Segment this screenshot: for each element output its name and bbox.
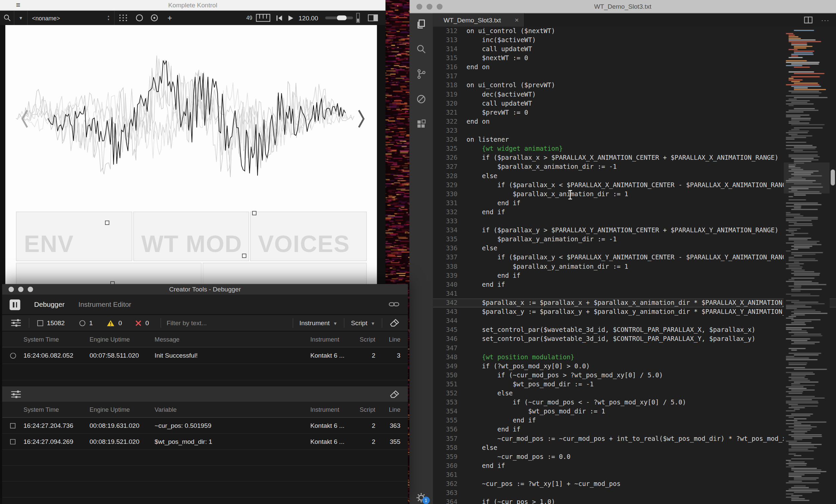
code-line[interactable]: 312on ui_control ($nextWT) [433,27,836,36]
close-tab-icon[interactable]: × [515,16,519,24]
minimize-window-button[interactable] [18,287,23,292]
code-line[interactable]: 314 call updateWT [433,45,836,54]
code-line[interactable]: 360 end if [433,462,836,470]
code-line[interactable]: 315 $nextWT := 0 [433,54,836,63]
code-line[interactable]: 351 $wt_pos_mod_dir := -1 [433,380,836,389]
midi-assignment-button[interactable] [118,11,128,25]
keyboard-indicator[interactable] [256,11,270,25]
script-dropdown[interactable]: Script ▾ [351,319,375,327]
code-line[interactable]: 340 end if [433,280,836,289]
more-actions-icon[interactable]: ··· [821,16,830,24]
table-row[interactable]: 16:24:06.082.05200:07:58.511.020Init Suc… [2,348,407,364]
transport-prev-button[interactable] [276,11,283,25]
toggle-browser-panel-button[interactable] [368,11,378,25]
resize-handle[interactable] [105,220,109,225]
code-line[interactable]: 333 [433,217,836,226]
code-line[interactable]: 346 set_control_par($wavetable_3d_id, $C… [433,334,836,344]
code-line[interactable]: 327 $parallax_x_animation_dir := -1 [433,162,836,172]
source-control-branch-icon[interactable] [416,69,427,80]
split-editor-icon[interactable] [804,16,813,23]
code-line[interactable]: 328 else [433,172,836,180]
chevron-left-icon[interactable] [20,109,29,129]
code-line[interactable]: 335 $parallax_y_animation_dir := -1 [433,235,836,244]
minimize-window-button[interactable] [427,4,433,10]
info-count-toggle[interactable]: 1 [80,319,93,327]
code-line[interactable]: 341 [433,289,836,298]
code-line[interactable]: 352 else [433,389,836,398]
code-line[interactable]: 358 else [433,444,836,452]
pause-button[interactable] [10,299,20,310]
code-line[interactable]: 323 [433,126,836,135]
code-line[interactable]: 353 if (~cur_mod_pos < - ?wt_pos_mod_xy[… [433,398,836,407]
code-line[interactable]: 359 ~cur_mod_pos := 0.0 [433,452,836,462]
tab-debugger[interactable]: Debugger [34,301,64,309]
circle-slash-icon[interactable] [416,94,427,104]
debugger-titlebar[interactable]: Creator Tools - Debugger [2,284,407,295]
close-window-button[interactable] [9,287,14,292]
filter-text-input[interactable] [167,319,287,327]
code-line[interactable]: 332 end if [433,208,836,217]
row-checkbox[interactable] [10,423,15,428]
link-button[interactable] [388,300,399,309]
status-circle-icon[interactable] [10,353,16,358]
record-button[interactable] [151,11,158,25]
files-icon[interactable] [416,19,427,30]
editor-scrollbar[interactable] [830,27,836,504]
code-line[interactable]: 334 if ($parallax_y > $PARALLAX_Y_ANIMAT… [433,226,836,235]
code-line[interactable]: 336 else [433,244,836,253]
tempo-value[interactable]: 120.00 [299,11,318,25]
table-row[interactable]: 16:24:27.094.26900:08:19.521.020$wt_pos_… [2,434,407,450]
code-line[interactable]: 348 {wt position modulation} [433,353,836,362]
zoom-window-button[interactable] [28,287,33,292]
code-line[interactable]: 329 if ($parallax_x < $PARALLAX_X_ANIMAT… [433,180,836,190]
tab-instrument-editor[interactable]: Instrument Editor [79,301,131,309]
code-line[interactable]: 326 if ($parallax_x > $PARALLAX_X_ANIMAT… [433,153,836,162]
kk-titlebar[interactable]: ≡ Komplete Kontrol [0,0,385,11]
panel-env[interactable]: ENV [16,212,132,261]
log-count-toggle[interactable]: 15082 [37,319,65,327]
code-line[interactable]: 331 end if [433,199,836,208]
close-window-button[interactable] [416,4,422,10]
panel-wt-mod[interactable]: WT MOD [133,212,249,261]
watch-filter-settings-button[interactable] [11,390,21,399]
code-line[interactable]: 322end on [433,117,836,126]
code-line[interactable]: 325 {wt widget animation} [433,144,836,153]
code-area[interactable]: 312on ui_control ($nextWT)313 inc($activ… [433,27,836,504]
instrument-dropdown[interactable]: Instrument ▾ [299,319,337,327]
code-line[interactable]: 338 $parallax_y_animation_dir := 1 [433,262,836,271]
add-button[interactable]: + [168,11,172,25]
wavetable-display[interactable] [5,25,377,212]
code-line[interactable]: 364 if (~cur_pos > 1.0) [433,498,836,504]
code-line[interactable]: 361 [433,470,836,480]
filter-settings-button[interactable] [11,318,21,327]
preset-caret-button[interactable]: ▾ [14,11,28,25]
table-row[interactable]: 16:24:27.204.73600:08:19.631.020~cur_pos… [2,418,407,434]
row-checkbox[interactable] [10,439,15,444]
clear-watch-button[interactable] [390,390,399,399]
code-line[interactable]: 347 [433,344,836,353]
minimap[interactable] [784,27,830,504]
resize-handle[interactable] [252,211,256,215]
code-line[interactable]: 345 set_control_par($wavetable_3d_id, $C… [433,326,836,334]
tab-wt-demo-slot3[interactable]: WT_Demo_Slot3.txt × [433,13,525,27]
menu-icon[interactable]: ≡ [16,1,20,9]
loop-button[interactable] [135,11,144,25]
code-line[interactable]: 330 $parallax_x_animation_dir := 1 [433,190,836,199]
slider-thumb[interactable] [337,15,347,20]
code-line[interactable]: 342 $parallax_x := $parallax_x + $parall… [433,298,836,308]
transport-play-button[interactable] [287,11,293,25]
code-line[interactable]: 350 if (~cur_mod_pos > ?wt_pos_mod_xy[0]… [433,371,836,380]
extensions-icon[interactable] [416,119,427,130]
code-line[interactable]: 344 [433,316,836,326]
search-icon[interactable] [416,44,427,55]
chevron-right-icon[interactable] [357,109,366,129]
code-line[interactable]: 313 inc($activeWT) [433,36,836,45]
code-line[interactable]: 324on listener [433,135,836,144]
code-line[interactable]: 363 [433,489,836,498]
browser-search-button[interactable] [0,11,14,25]
code-line[interactable]: 357 ~cur_mod_pos := ~cur_mod_pos + int_t… [433,434,836,443]
code-line[interactable]: 343 $parallax_y := $parallax_y + $parall… [433,308,836,316]
code-line[interactable]: 356 end if [433,425,836,434]
code-line[interactable]: 318on ui_control ($prevWT) [433,81,836,90]
code-line[interactable]: 339 end if [433,271,836,280]
